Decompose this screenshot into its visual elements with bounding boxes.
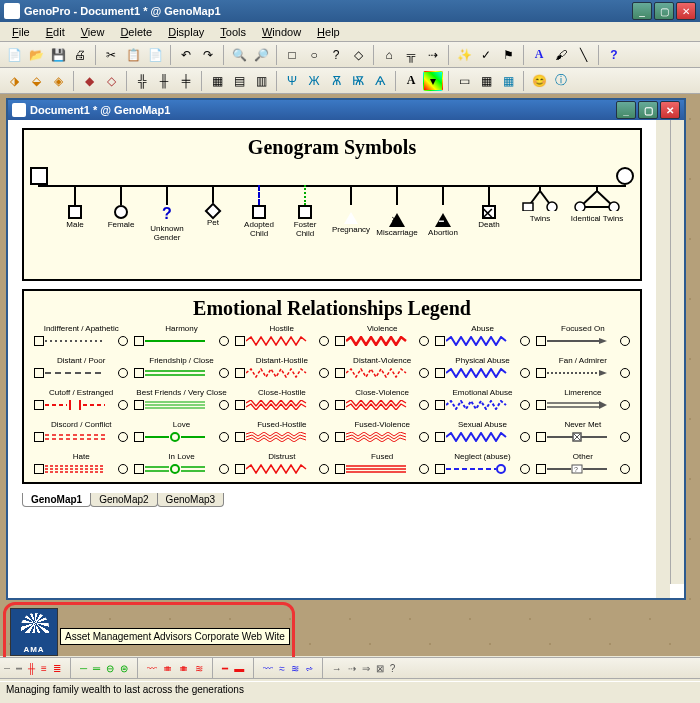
- doc-maximize[interactable]: ▢: [638, 101, 658, 119]
- rel-btn[interactable]: ⩨: [163, 663, 173, 674]
- t2-grid[interactable]: ▦: [476, 71, 496, 91]
- t2-4[interactable]: ◆: [79, 71, 99, 91]
- open-icon[interactable]: 📂: [26, 45, 46, 65]
- t2-table[interactable]: ▦: [498, 71, 518, 91]
- menu-display[interactable]: Display: [160, 24, 212, 40]
- rel-btn[interactable]: ─: [80, 663, 87, 674]
- print-icon[interactable]: 🖨: [70, 45, 90, 65]
- menu-delete[interactable]: Delete: [112, 24, 160, 40]
- t2-2[interactable]: ⬙: [26, 71, 46, 91]
- save-icon[interactable]: 💾: [48, 45, 68, 65]
- t2-tree2[interactable]: Ж: [304, 71, 324, 91]
- paste-icon[interactable]: 📄: [145, 45, 165, 65]
- t2-tree3[interactable]: Ѫ: [326, 71, 346, 91]
- t2-8[interactable]: ╪: [176, 71, 196, 91]
- new-icon[interactable]: 📄: [4, 45, 24, 65]
- rel-btn[interactable]: ⩩: [179, 663, 189, 674]
- rel-btn[interactable]: ≈: [279, 663, 285, 674]
- t2-text[interactable]: A: [401, 71, 421, 91]
- rel-btn[interactable]: ▬: [234, 663, 244, 674]
- tab-genomap1[interactable]: GenoMap1: [22, 493, 91, 507]
- t2-1[interactable]: ⬗: [4, 71, 24, 91]
- symbol-pregnancy: Pregnancy: [330, 185, 372, 235]
- t2-rect[interactable]: ▭: [454, 71, 474, 91]
- maximize-button[interactable]: ▢: [654, 2, 674, 20]
- rel-btn[interactable]: ⊜: [120, 663, 128, 674]
- doc-close[interactable]: ✕: [660, 101, 680, 119]
- legend-close-hostile: Close-Hostile: [235, 388, 329, 412]
- link-icon[interactable]: ⇢: [423, 45, 443, 65]
- menu-window[interactable]: Window: [254, 24, 309, 40]
- rel-btn[interactable]: ⇒: [362, 663, 370, 674]
- redo-icon[interactable]: ↷: [198, 45, 218, 65]
- female-icon[interactable]: ○: [304, 45, 324, 65]
- svg-marker-15: [599, 370, 607, 376]
- t2-9[interactable]: ▦: [207, 71, 227, 91]
- pet-icon[interactable]: ◇: [348, 45, 368, 65]
- unknown-icon[interactable]: ?: [326, 45, 346, 65]
- male-icon[interactable]: □: [282, 45, 302, 65]
- t2-10[interactable]: ▤: [229, 71, 249, 91]
- rel-btn[interactable]: ≋: [291, 663, 299, 674]
- t2-smiley[interactable]: 😊: [529, 71, 549, 91]
- menu-file[interactable]: File: [4, 24, 38, 40]
- t2-tree4[interactable]: Ѭ: [348, 71, 368, 91]
- rel-btn[interactable]: ⇢: [348, 663, 356, 674]
- wand-icon[interactable]: ✨: [454, 45, 474, 65]
- brush-icon[interactable]: 🖌: [551, 45, 571, 65]
- rel-btn[interactable]: ⊖: [106, 663, 114, 674]
- ama-hyperlink-object[interactable]: AMA: [10, 608, 58, 656]
- legend-grid: Indifferent / ApatheticHarmonyHostileVio…: [34, 324, 630, 476]
- tab-genomap3[interactable]: GenoMap3: [157, 493, 224, 507]
- copy-icon[interactable]: 📋: [123, 45, 143, 65]
- t2-3[interactable]: ◈: [48, 71, 68, 91]
- help-icon[interactable]: ?: [604, 45, 624, 65]
- menu-view[interactable]: View: [73, 24, 113, 40]
- rel-btn[interactable]: 〰: [147, 663, 157, 674]
- undo-icon[interactable]: ↶: [176, 45, 196, 65]
- family-icon[interactable]: ⌂: [379, 45, 399, 65]
- rel-btn[interactable]: ┅: [16, 663, 22, 674]
- rel-btn[interactable]: →: [332, 663, 342, 674]
- scrollbar-vertical[interactable]: [670, 120, 684, 584]
- rel-btn[interactable]: ≋: [195, 663, 203, 674]
- rel-btn[interactable]: ≣: [53, 663, 61, 674]
- font-icon[interactable]: A: [529, 45, 549, 65]
- document-window: Document1 * @ GenoMap1 _ ▢ ✕ Genogram Sy…: [6, 98, 686, 600]
- menu-tools[interactable]: Tools: [212, 24, 254, 40]
- menu-edit[interactable]: Edit: [38, 24, 73, 40]
- rel-btn[interactable]: ━: [222, 663, 228, 674]
- t2-color[interactable]: ▾: [423, 71, 443, 91]
- close-button[interactable]: ✕: [676, 2, 696, 20]
- rel-btn[interactable]: ═: [93, 663, 100, 674]
- minimize-button[interactable]: _: [632, 2, 652, 20]
- t2-11[interactable]: ▥: [251, 71, 271, 91]
- rel-btn[interactable]: ┄: [4, 663, 10, 674]
- zoomin-icon[interactable]: 🔍: [229, 45, 249, 65]
- t2-info[interactable]: ⓘ: [551, 71, 571, 91]
- check-icon[interactable]: ✓: [476, 45, 496, 65]
- flag-icon[interactable]: ⚑: [498, 45, 518, 65]
- rel-btn[interactable]: ⩫: [305, 663, 313, 674]
- root-male: [30, 167, 48, 185]
- rel-btn[interactable]: ╫: [28, 663, 35, 674]
- doc-minimize[interactable]: _: [616, 101, 636, 119]
- line-icon[interactable]: ╲: [573, 45, 593, 65]
- zoomout-icon[interactable]: 🔎: [251, 45, 271, 65]
- tab-genomap2[interactable]: GenoMap2: [90, 493, 157, 507]
- menu-help[interactable]: Help: [309, 24, 348, 40]
- canvas[interactable]: Genogram Symbols MaleFemale?Unknown Gend…: [8, 120, 670, 598]
- root-female: [616, 167, 634, 185]
- rel-btn[interactable]: ⊠: [376, 663, 384, 674]
- rel-btn[interactable]: 〰: [263, 663, 273, 674]
- t2-7[interactable]: ╫: [154, 71, 174, 91]
- rel-btn[interactable]: ≡: [41, 663, 47, 674]
- parents-icon[interactable]: ╦: [401, 45, 421, 65]
- t2-tree5[interactable]: Ѧ: [370, 71, 390, 91]
- cut-icon[interactable]: ✂: [101, 45, 121, 65]
- ama-logo[interactable]: AMA: [10, 608, 58, 656]
- rel-btn[interactable]: ?: [390, 663, 396, 674]
- t2-6[interactable]: ╬: [132, 71, 152, 91]
- t2-5[interactable]: ◇: [101, 71, 121, 91]
- t2-tree1[interactable]: Ψ: [282, 71, 302, 91]
